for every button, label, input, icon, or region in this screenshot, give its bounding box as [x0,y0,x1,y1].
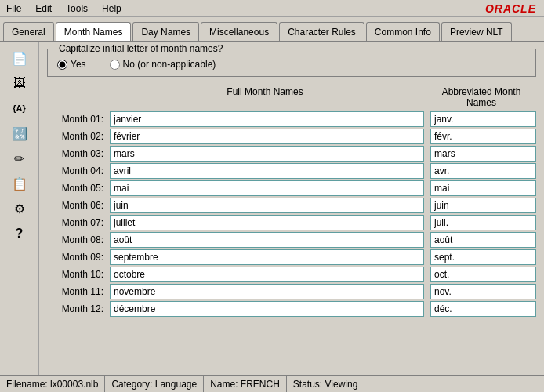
table-row: Month 02: [47,129,536,144]
table-row: Month 06: [47,198,536,213]
table-row: Month 04: [47,163,536,179]
sidebar: 📄 🖼 {A} 🔣 ✏ 📋 ⚙ ? [0,42,39,375]
table-row: Month 08: [47,232,536,248]
month-full-input-5[interactable] [110,180,424,196]
month-label-1: Month 01: [47,114,110,125]
radio-no-label: No (or non-applicable) [123,59,216,70]
radio-yes-label: Yes [71,59,86,70]
tab-general[interactable]: General [3,22,54,41]
capitalize-group-title: Capitalize initial letter of month names… [56,43,226,54]
menu-file[interactable]: File [3,2,24,15]
month-abbr-input-8[interactable] [430,232,536,248]
table-row: Month 07: [47,215,536,230]
month-abbr-input-4[interactable] [430,163,536,179]
status-filename: Filename: lx00003.nlb [0,376,105,392]
month-label-7: Month 07: [47,217,110,228]
statusbar: Filename: lx00003.nlb Category: Language… [0,375,544,392]
radio-yes-input[interactable] [57,60,67,70]
months-col-abbr: Abbreviated Month Names [426,86,536,108]
oracle-logo: ORACLE [485,2,541,15]
list-icon[interactable]: 🔣 [7,122,32,144]
image-icon[interactable]: 🖼 [7,72,32,94]
month-label-12: Month 12: [47,303,110,314]
clipboard-icon[interactable]: 📋 [7,172,32,194]
month-full-input-10[interactable] [110,267,424,282]
month-full-input-12[interactable] [110,301,424,317]
month-label-11: Month 11: [47,286,110,297]
capitalize-group: Capitalize initial letter of month names… [47,49,536,77]
table-row: Month 11: [47,284,536,299]
month-full-input-7[interactable] [110,215,424,230]
table-row: Month 05: [47,180,536,196]
code-icon[interactable]: {A} [7,97,32,119]
month-label-9: Month 09: [47,252,110,263]
tab-preview-nlt[interactable]: Preview NLT [441,22,512,41]
edit-icon[interactable]: ✏ [7,147,32,169]
month-abbr-input-7[interactable] [430,215,536,230]
menu-help[interactable]: Help [99,2,125,15]
tab-month-names[interactable]: Month Names [56,22,132,41]
month-full-input-6[interactable] [110,198,424,213]
main-content: 📄 🖼 {A} 🔣 ✏ 📋 ⚙ ? Capitalize initial let… [0,41,544,375]
month-abbr-input-1[interactable] [430,111,536,127]
radio-yes[interactable]: Yes [57,59,86,70]
radio-no[interactable]: No (or non-applicable) [110,59,216,70]
months-header-spacer [47,86,110,108]
month-abbr-input-6[interactable] [430,198,536,213]
month-full-input-4[interactable] [110,163,424,179]
month-abbr-input-2[interactable] [430,129,536,144]
month-abbr-input-11[interactable] [430,284,536,299]
months-table: Full Month Names Abbreviated Month Names… [47,86,536,317]
month-full-input-11[interactable] [110,284,424,299]
tab-common-info[interactable]: Common Info [366,22,440,41]
content-panel: Capitalize initial letter of month names… [39,42,544,375]
menu-edit[interactable]: Edit [32,2,55,15]
month-full-input-1[interactable] [110,111,424,127]
document-icon[interactable]: 📄 [7,47,32,69]
months-col-full: Full Month Names [110,86,420,108]
status-name: Name: FRENCH [204,376,287,392]
tab-day-names[interactable]: Day Names [132,22,199,41]
month-abbr-input-5[interactable] [430,180,536,196]
months-header: Full Month Names Abbreviated Month Names [47,86,536,108]
month-full-input-2[interactable] [110,129,424,144]
month-abbr-input-12[interactable] [430,301,536,317]
tab-character-rules[interactable]: Character Rules [279,22,364,41]
table-row: Month 10: [47,267,536,282]
month-full-input-9[interactable] [110,249,424,265]
month-abbr-input-3[interactable] [430,146,536,162]
month-rows-container: Month 01:Month 02:Month 03:Month 04:Mont… [47,111,536,317]
tabbar: General Month Names Day Names Miscellane… [0,17,544,41]
month-label-10: Month 10: [47,269,110,280]
month-label-2: Month 02: [47,131,110,142]
table-row: Month 03: [47,146,536,162]
radio-no-input[interactable] [110,60,120,70]
table-row: Month 12: [47,301,536,317]
month-abbr-input-10[interactable] [430,267,536,282]
month-abbr-input-9[interactable] [430,249,536,265]
settings-icon[interactable]: ⚙ [7,198,32,220]
table-row: Month 09: [47,249,536,265]
month-full-input-3[interactable] [110,146,424,162]
status-status: Status: Viewing [287,376,364,392]
menubar: File Edit Tools Help ORACLE [0,0,544,17]
menu-tools[interactable]: Tools [63,2,91,15]
menubar-items: File Edit Tools Help [3,2,125,15]
month-full-input-8[interactable] [110,232,424,248]
month-label-6: Month 06: [47,200,110,211]
tab-miscellaneous[interactable]: Miscellaneous [201,22,277,41]
status-category: Category: Language [105,376,204,392]
table-row: Month 01: [47,111,536,127]
capitalize-radio-row: Yes No (or non-applicable) [57,56,526,70]
month-label-3: Month 03: [47,148,110,159]
help-icon[interactable]: ? [7,223,32,245]
month-label-8: Month 08: [47,234,110,245]
month-label-4: Month 04: [47,165,110,176]
month-label-5: Month 05: [47,183,110,194]
